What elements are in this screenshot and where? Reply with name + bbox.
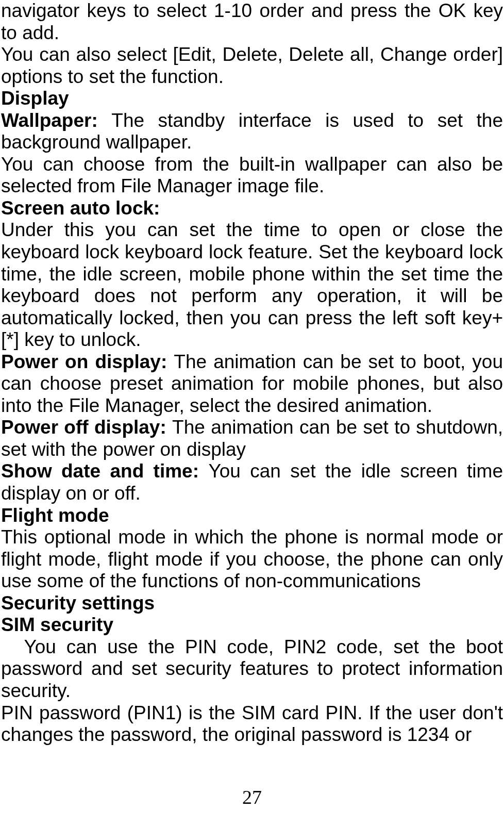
label-wallpaper: Wallpaper: [1,110,111,131]
paragraph-wallpaper: Wallpaper: The standby interface is used… [1,110,503,154]
paragraph-sim-2: PIN password (PIN1) is the SIM card PIN.… [1,702,503,746]
heading-flight-mode: Flight mode [1,505,503,527]
heading-sim-security: SIM security [1,614,503,636]
label-power-off: Power off display: [1,417,172,438]
paragraph-wallpaper-2: You can choose from the built-in wallpap… [1,154,503,197]
page-number: 27 [0,786,504,808]
label-screen-auto-lock: Screen auto lock: [1,197,503,220]
paragraph-edit-options: You can also select [Edit, Delete, Delet… [1,44,503,88]
label-show-date: Show date and time: [1,460,208,482]
content-area: navigator keys to select 1-10 order and … [0,0,504,746]
paragraph-screen-auto-lock: Under this you can set the time to open … [1,219,503,351]
heading-security-settings: Security settings [1,592,503,615]
paragraph-navigator-keys: navigator keys to select 1-10 order and … [1,0,503,44]
page: navigator keys to select 1-10 order and … [0,0,504,826]
paragraph-show-date: Show date and time: You can set the idle… [1,460,503,504]
label-power-on: Power on display: [1,351,174,372]
paragraph-sim-1: You can use the PIN code, PIN2 code, set… [1,636,503,702]
paragraph-power-off: Power off display: The animation can be … [1,417,503,460]
paragraph-flight-mode: This optional mode in which the phone is… [1,526,503,592]
heading-display: Display [1,88,503,110]
paragraph-power-on: Power on display: The animation can be s… [1,351,503,417]
